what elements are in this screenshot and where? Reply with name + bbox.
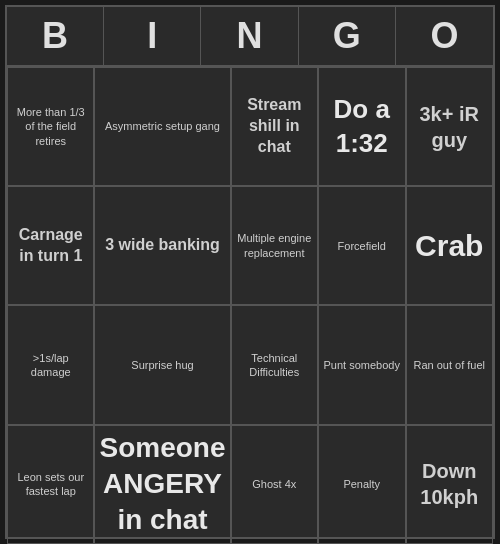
bingo-cell-8: Forcefield: [318, 186, 405, 305]
bingo-cell-18: Penalty: [318, 425, 405, 544]
bingo-cell-15: Leon sets our fastest lap: [7, 425, 94, 544]
header-letter-g: G: [299, 7, 396, 65]
bingo-cell-11: Surprise hug: [94, 305, 230, 424]
bingo-cell-12: Technical Difficulties: [231, 305, 319, 424]
bingo-cell-2: Stream shill in chat: [231, 67, 319, 186]
bingo-cell-5: Carnage in turn 1: [7, 186, 94, 305]
header-letter-n: N: [201, 7, 298, 65]
bingo-card: BINGO More than 1/3 of the field retires…: [5, 5, 495, 539]
header-letter-b: B: [7, 7, 104, 65]
bingo-cell-7: Multiple engine replacement: [231, 186, 319, 305]
bingo-cell-16: Someone ANGERY in chat: [94, 425, 230, 544]
bingo-cell-10: >1s/lap damage: [7, 305, 94, 424]
bingo-cell-4: 3k+ iR guy: [406, 67, 494, 186]
bingo-grid: More than 1/3 of the field retiresAsymme…: [7, 67, 493, 544]
bingo-cell-19: Down 10kph: [406, 425, 494, 544]
header-letter-i: I: [104, 7, 201, 65]
header-letter-o: O: [396, 7, 493, 65]
bingo-cell-17: Ghost 4x: [231, 425, 319, 544]
header-row: BINGO: [7, 7, 493, 67]
bingo-cell-9: Crab: [406, 186, 494, 305]
bingo-cell-6: 3 wide banking: [94, 186, 230, 305]
bingo-cell-1: Asymmetric setup gang: [94, 67, 230, 186]
bingo-cell-3: Do a 1:32: [318, 67, 405, 186]
bingo-cell-14: Ran out of fuel: [406, 305, 494, 424]
bingo-cell-0: More than 1/3 of the field retires: [7, 67, 94, 186]
bingo-cell-13: Punt somebody: [318, 305, 405, 424]
